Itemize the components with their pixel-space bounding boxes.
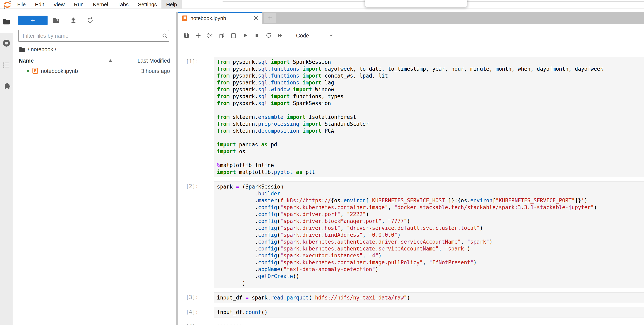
upload-icon	[70, 17, 77, 24]
save-icon	[184, 32, 190, 39]
stop-icon	[254, 32, 260, 39]
column-header-modified[interactable]: Last Modified	[138, 58, 170, 64]
menu-item-run[interactable]: Run	[70, 0, 88, 9]
notebook-file-icon	[32, 68, 38, 75]
run-icon	[242, 32, 248, 39]
menu-item-tabs[interactable]: Tabs	[113, 0, 133, 9]
input-prompt: [2]:	[178, 181, 214, 288]
copy-icon	[219, 32, 225, 39]
code-cell: [1]:from pyspark.sql import SparkSession…	[178, 57, 644, 177]
restart-run-all-button[interactable]	[277, 32, 284, 39]
menu-item-file[interactable]: File	[12, 0, 30, 9]
restart-icon	[266, 32, 272, 39]
output-prompt: [4]:	[178, 321, 214, 325]
upload-button[interactable]	[70, 17, 78, 24]
plus-icon	[267, 15, 273, 22]
refresh-icon	[87, 17, 94, 24]
list-icon	[3, 61, 10, 70]
add-cell-button[interactable]	[195, 32, 202, 39]
new-tab-button[interactable]	[264, 13, 276, 23]
menu-item-view[interactable]: View	[49, 0, 70, 9]
sidebar-tab-extensions[interactable]	[2, 82, 11, 91]
fast-forward-icon	[278, 32, 284, 39]
save-button[interactable]	[183, 32, 190, 39]
chevron-down-icon	[328, 33, 334, 39]
browser-permission-popup: github.com	[365, 0, 467, 7]
restart-kernel-button[interactable]	[265, 32, 272, 39]
menu-item-edit[interactable]: Edit	[30, 0, 49, 9]
cell-editor[interactable]: from pyspark.sql import SparkSessionfrom…	[214, 57, 644, 177]
new-folder-button[interactable]	[52, 17, 60, 24]
code-cell: [3]:input_df = spark.read.parquet("hdfs:…	[178, 292, 644, 303]
file-browser-panel: +	[13, 12, 176, 325]
menu-item-help[interactable]: Help	[162, 0, 182, 9]
menu-item-kernel[interactable]: Kernel	[88, 0, 113, 9]
main-dock-panel: notebook.ipynb	[178, 12, 644, 325]
cell-output: 12106669	[214, 321, 644, 325]
file-list: notebook.ipynb3 hours ago	[13, 65, 176, 77]
new-launcher-button[interactable]: +	[18, 16, 48, 25]
input-prompt: [4]:	[178, 307, 214, 317]
kernel-running-dot	[27, 70, 29, 72]
output-cell: [4]:12106669	[178, 321, 644, 325]
left-sidebar	[0, 12, 13, 325]
sidebar-tab-file-browser[interactable]	[2, 18, 11, 26]
cell-editor[interactable]: spark = (SparkSession .builder .master(f…	[214, 181, 644, 288]
paste-icon	[230, 32, 236, 39]
cut-cells-button[interactable]	[206, 32, 214, 39]
menu-item-settings[interactable]: Settings	[133, 0, 162, 9]
cell-type-select[interactable]: Code	[296, 33, 334, 39]
paste-cells-button[interactable]	[230, 32, 237, 39]
sort-ascending-icon[interactable]	[109, 59, 112, 62]
close-tab-icon[interactable]	[253, 15, 259, 21]
sidebar-tab-running[interactable]	[2, 39, 11, 48]
code-cell: [4]:input_df.count()	[178, 307, 644, 317]
run-cell-button[interactable]	[242, 32, 249, 39]
active-tab-accent	[178, 12, 262, 13]
notebook-tab[interactable]: notebook.ipynb	[178, 12, 262, 24]
file-name: notebook.ipynb	[41, 68, 78, 74]
cut-icon	[207, 32, 213, 39]
tab-title: notebook.ipynb	[190, 15, 226, 22]
file-list-header: Name Last Modified	[13, 56, 176, 65]
menu-bar: FileEditViewRunKernelTabsSettingsHelp gi…	[0, 0, 644, 12]
search-icon	[162, 33, 168, 39]
puzzle-icon	[3, 82, 10, 91]
interrupt-kernel-button[interactable]	[254, 32, 260, 39]
panel-splitter[interactable]	[176, 12, 178, 325]
folder-icon	[2, 18, 10, 27]
file-row[interactable]: notebook.ipynb3 hours ago	[13, 65, 176, 77]
breadcrumb-path[interactable]: / notebook /	[28, 46, 56, 53]
input-prompt: [3]:	[178, 292, 214, 303]
file-modified: 3 hours ago	[141, 68, 170, 74]
sidebar-tab-toc[interactable]	[2, 61, 11, 70]
breadcrumb[interactable]: / notebook /	[13, 45, 176, 55]
copy-cells-button[interactable]	[218, 32, 225, 39]
filter-files-input[interactable]	[18, 30, 169, 42]
input-prompt: [1]:	[178, 57, 214, 177]
cell-editor[interactable]: input_df = spark.read.parquet("hdfs://hd…	[214, 292, 644, 303]
breadcrumb-folder-icon[interactable]	[19, 46, 26, 54]
notebook-content: [1]:from pyspark.sql import SparkSession…	[178, 47, 644, 325]
refresh-button[interactable]	[86, 17, 94, 24]
dock-tab-bar: notebook.ipynb	[178, 12, 644, 24]
column-header-name[interactable]: Name	[19, 58, 34, 64]
menu-items: FileEditViewRunKernelTabsSettingsHelp	[12, 0, 182, 9]
add-cell-icon	[195, 32, 201, 39]
notebook-file-icon	[182, 15, 188, 22]
jupyter-logo-icon	[2, 1, 12, 9]
sidebar-background	[0, 33, 13, 325]
new-folder-icon	[52, 17, 60, 25]
cell-editor[interactable]: input_df.count()	[214, 307, 644, 317]
cell-type-value: Code	[296, 33, 309, 39]
code-cell: [2]:spark = (SparkSession .builder .mast…	[178, 181, 644, 288]
stop-circle-icon	[2, 39, 10, 48]
notebook-toolbar: Code	[178, 24, 644, 47]
